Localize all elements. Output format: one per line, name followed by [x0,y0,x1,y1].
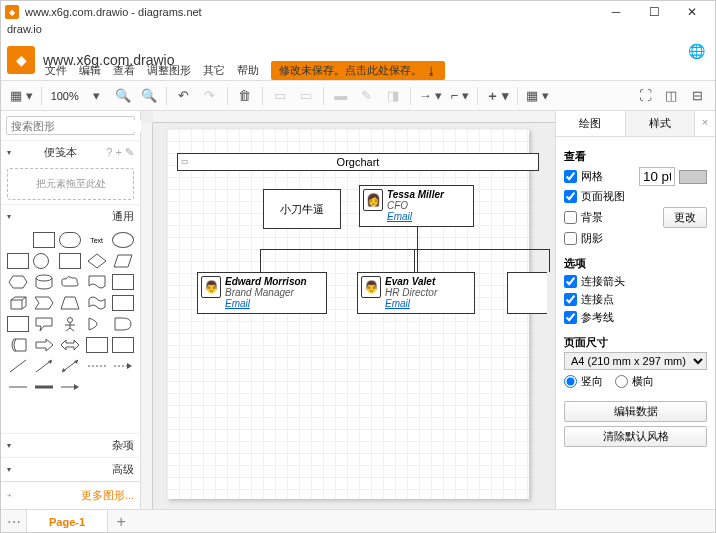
menu-edit[interactable]: 编辑 [79,63,101,78]
add-page-button[interactable]: + [108,510,134,533]
shape-rect[interactable] [33,232,55,248]
menu-file[interactable]: 文件 [45,63,67,78]
tab-diagram[interactable]: 绘图 [556,111,626,136]
clear-style-button[interactable]: 清除默认风格 [564,426,707,447]
shape-and[interactable] [112,316,134,332]
menu-view[interactable]: 查看 [113,63,135,78]
language-icon[interactable]: 🌐 [688,43,705,59]
menu-arrange[interactable]: 调整图形 [147,63,191,78]
shape-roundrect[interactable] [59,232,81,248]
pageview-checkbox[interactable] [564,190,577,203]
zoom-out-icon[interactable]: 🔍 [137,85,161,107]
fullscreen-icon[interactable]: ⛶ [633,85,657,107]
misc-section[interactable]: 杂项 [1,433,140,457]
shape-document[interactable] [86,274,108,290]
grid-color-swatch[interactable] [679,170,707,184]
shape-cube[interactable] [7,295,29,311]
delete-icon[interactable]: 🗑 [233,85,257,107]
page-tab-1[interactable]: Page-1 [27,510,108,533]
maximize-button[interactable]: ☐ [635,1,673,23]
shape-note[interactable] [112,295,134,311]
zoom-in-icon[interactable]: 🔍 [111,85,135,107]
shape-callout[interactable] [33,316,55,332]
menu-extras[interactable]: 其它 [203,63,225,78]
grid-size-input[interactable] [639,167,675,186]
shape-conn[interactable] [59,379,81,395]
orgchart-card-left[interactable]: 👨 Edward Morrison Brand Manager Email [197,272,327,314]
shape-dash2[interactable] [112,358,134,374]
shape-cylinder[interactable] [33,274,55,290]
pagesize-select[interactable]: A4 (210 mm x 297 mm) [564,352,707,370]
shape-solid[interactable] [7,379,29,395]
page-menu-icon[interactable]: ⋯ [1,510,27,533]
table-icon[interactable]: ▦ ▾ [523,85,552,107]
shape-internal[interactable] [112,274,134,290]
change-bg-button[interactable]: 更改 [663,207,707,228]
shape-dash[interactable] [86,358,108,374]
shadow-icon[interactable]: ◨ [381,85,405,107]
canvas[interactable]: Orgchart ▭ 小刀牛逼 👩 Tessa Miller CFO Email [141,111,555,509]
shape-datastore[interactable] [7,337,29,353]
shape-card[interactable] [7,316,29,332]
landscape-radio[interactable] [615,375,628,388]
shape-search[interactable]: 🔍 [6,116,135,135]
zoom-dropdown[interactable]: ▾ [85,85,109,107]
shape-trapezoid[interactable] [59,295,81,311]
shape-biarrow[interactable] [59,337,81,353]
shape-list2[interactable] [112,337,134,353]
close-button[interactable]: ✕ [673,1,711,23]
edit-data-button[interactable]: 编辑数据 [564,401,707,422]
connpoints-checkbox[interactable] [564,293,577,306]
tofront-icon[interactable]: ▭ [268,85,292,107]
shape-solid2[interactable] [33,379,55,395]
format-panel-icon[interactable]: ◫ [659,85,683,107]
orgchart-container[interactable]: Orgchart ▭ [177,153,539,171]
shape-line3[interactable] [59,358,81,374]
shape-cloud[interactable] [59,274,81,290]
fillcolor-icon[interactable]: ▬ [329,85,353,107]
orgchart-card-partial[interactable] [507,272,547,314]
redo-icon[interactable]: ↷ [198,85,222,107]
minimize-button[interactable]: ─ [597,1,635,23]
orgchart-card-right[interactable]: 👨 Evan Valet HR Director Email [357,272,475,314]
more-shapes[interactable]: 更多图形... [1,481,140,509]
shape-hexagon[interactable] [7,274,29,290]
waypoint-icon[interactable]: ⌐ ▾ [447,85,471,107]
shape-square[interactable] [7,253,29,269]
shape-or[interactable] [86,316,108,332]
unsaved-banner[interactable]: 修改未保存。点击此处保存。 ⭳ [271,61,445,80]
shape-step[interactable] [33,295,55,311]
shape-parallelogram[interactable] [112,253,134,269]
shape-circle[interactable] [33,253,49,269]
linecolor-icon[interactable]: ✎ [355,85,379,107]
shape-line1[interactable] [7,358,29,374]
orgchart-box-plain[interactable]: 小刀牛逼 [263,189,341,229]
shape-actor[interactable] [59,316,81,332]
outline-panel-icon[interactable]: ⊟ [685,85,709,107]
guides-checkbox[interactable] [564,311,577,324]
menu-help[interactable]: 帮助 [237,63,259,78]
shape-list[interactable] [86,337,108,353]
shape-diamond[interactable] [86,253,108,269]
connection-icon[interactable]: → ▾ [416,85,446,107]
shape-none[interactable] [7,232,29,248]
general-section[interactable]: 通用 [1,204,140,228]
canvas-page[interactable]: Orgchart ▭ 小刀牛逼 👩 Tessa Miller CFO Email [167,129,529,499]
background-checkbox[interactable] [564,211,577,224]
shadow-checkbox[interactable] [564,232,577,245]
shape-line2[interactable] [33,358,55,374]
shape-search-input[interactable] [11,120,149,132]
shape-text[interactable]: Text [86,232,108,248]
shape-process[interactable] [59,253,81,269]
toback-icon[interactable]: ▭ [294,85,318,107]
portrait-radio[interactable] [564,375,577,388]
shape-tape[interactable] [86,295,108,311]
orgchart-card-top[interactable]: 👩 Tessa Miller CFO Email [359,185,474,227]
shape-arrow[interactable] [33,337,55,353]
insert-icon[interactable]: ＋ ▾ [483,85,513,107]
zoom-level[interactable]: 100% [47,90,83,102]
advanced-section[interactable]: 高级 [1,457,140,481]
connarrows-checkbox[interactable] [564,275,577,288]
panel-close-icon[interactable]: × [695,111,715,136]
undo-icon[interactable]: ↶ [172,85,196,107]
